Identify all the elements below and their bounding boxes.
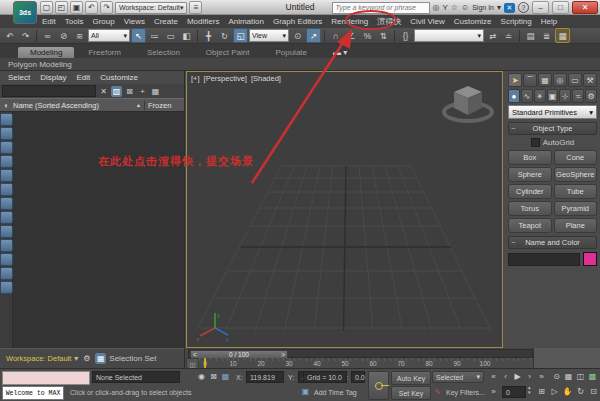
select-by-name-icon[interactable]: ≔ — [147, 28, 162, 43]
ribbon-tab-object-paint[interactable]: Object Paint — [194, 47, 262, 58]
ribbon-tab-modeling[interactable]: Modeling — [18, 47, 74, 58]
menu-civil-view[interactable]: Civil View — [406, 17, 449, 26]
reference-coordinate-dropdown[interactable]: View ▾ — [249, 29, 289, 42]
set-key-button[interactable]: Set Key — [391, 386, 431, 400]
maximize-button[interactable]: □ — [552, 1, 569, 14]
toggle-all-icon[interactable]: ◐ — [0, 100, 13, 111]
add-time-tag-label[interactable]: Add Time Tag — [314, 389, 357, 396]
play-animation-icon[interactable]: ▶ — [512, 371, 523, 382]
chevron-down-icon[interactable]: ▾ — [497, 3, 501, 12]
search-input[interactable]: Type a keyword or phrase — [332, 2, 430, 14]
set-key-toggle-button[interactable] — [368, 371, 389, 400]
spacewarps-category-icon[interactable]: ≈ — [572, 89, 584, 103]
display-filter-icon[interactable] — [0, 225, 13, 238]
sync-selection-icon[interactable]: ▦ — [150, 86, 161, 97]
plane-button[interactable]: Plane — [554, 218, 598, 233]
selection-set-dropdown[interactable]: Selected ▾ — [432, 371, 484, 383]
display-filter-icon[interactable] — [0, 267, 13, 280]
align-icon[interactable]: ≐ — [501, 28, 516, 43]
go-to-start-icon[interactable]: « — [488, 371, 499, 382]
menu-animation[interactable]: Animation — [224, 17, 268, 26]
menu-help[interactable]: Help — [537, 17, 561, 26]
pyramid-button[interactable]: Pyramid — [554, 201, 598, 216]
percent-snap-icon[interactable]: % — [360, 28, 375, 43]
snap-toggle-3d-icon[interactable]: ∩ — [328, 28, 343, 43]
primitive-category-dropdown[interactable]: Standard Primitives ▾ — [508, 105, 597, 119]
helpers-category-icon[interactable]: ⊹ — [559, 89, 571, 103]
sign-in-link[interactable]: Sign In — [472, 4, 494, 11]
lock-selection-icon[interactable]: ⊠ — [124, 86, 135, 97]
help-icon[interactable]: ? — [518, 2, 529, 13]
time-tag-icon[interactable]: ▣ — [300, 386, 311, 397]
menu-tools[interactable]: Tools — [61, 17, 88, 26]
teapot-button[interactable]: Teapot — [508, 218, 552, 233]
object-color-swatch[interactable] — [583, 252, 597, 266]
systems-category-icon[interactable]: ⚙ — [585, 89, 597, 103]
perspective-viewport[interactable]: [+] [Perspective] [Shaded] — [186, 71, 503, 348]
go-to-end-icon[interactable]: » — [536, 371, 547, 382]
maximize-viewport-icon[interactable]: ⊡ — [588, 386, 599, 397]
auto-key-button[interactable]: Auto Key — [391, 371, 431, 385]
utilities-tab-icon[interactable]: ⚒ — [583, 73, 597, 87]
sphere-button[interactable]: Sphere — [508, 167, 552, 182]
explorer-menu-edit[interactable]: Edit — [76, 73, 90, 82]
lights-category-icon[interactable]: ☀ — [534, 89, 546, 103]
polygon-modeling-panel-label[interactable]: Polygon Modeling — [8, 60, 72, 69]
key-mode-toggle-icon[interactable]: ⊙ — [551, 371, 562, 382]
mirror-icon[interactable]: ⇄ — [485, 28, 500, 43]
explorer-menu-select[interactable]: Select — [8, 73, 30, 82]
absolute-mode-icon[interactable]: ▦ — [220, 371, 231, 382]
named-selection-sets-dropdown[interactable]: ▾ — [414, 29, 484, 42]
display-filter-icon[interactable] — [0, 239, 13, 252]
menu-create[interactable]: Create — [150, 17, 182, 26]
display-filter-icon[interactable] — [0, 155, 13, 168]
key-filters-button[interactable]: Key Filters... — [446, 389, 485, 396]
default-out-tangent-icon[interactable]: ◫ — [575, 371, 586, 382]
menu-edit[interactable]: Edit — [38, 17, 60, 26]
current-frame-field[interactable]: 0 — [502, 386, 526, 398]
shapes-category-icon[interactable]: ∿ — [521, 89, 533, 103]
display-filter-icon[interactable] — [0, 113, 13, 126]
torus-button[interactable]: Torus — [508, 201, 552, 216]
next-frame-button[interactable]: > — [281, 351, 285, 358]
chevron-down-icon[interactable]: ▾ — [74, 354, 78, 363]
find-case-icon[interactable]: ▨ — [111, 86, 122, 97]
geosphere-button[interactable]: GeoSphere — [554, 167, 598, 182]
selection-set-label[interactable]: Selection Set — [109, 354, 156, 363]
select-and-link-icon[interactable]: ∞ — [40, 28, 55, 43]
time-slider-track[interactable]: < 0 / 100 > — [188, 349, 533, 358]
track-bar-ruler[interactable]: 0 10 20 30 40 50 60 70 80 90 100 — [188, 358, 533, 368]
autogrid-checkbox[interactable] — [531, 138, 540, 147]
next-frame-icon[interactable]: › — [524, 371, 535, 382]
selection-filter-dropdown[interactable]: All ▾ — [88, 29, 130, 42]
go-to-end-alt-icon[interactable]: » — [488, 386, 499, 397]
favorites-star-icon[interactable]: ☆ — [451, 3, 458, 12]
display-filter-icon[interactable] — [0, 211, 13, 224]
frame-spinner[interactable]: ▴▾ — [528, 385, 531, 395]
hierarchy-tab-icon[interactable]: ▦ — [538, 73, 552, 87]
close-button[interactable]: ✕ — [572, 1, 598, 14]
display-filter-icon[interactable] — [0, 281, 13, 294]
z-coordinate-field[interactable]: 0.0 — [351, 371, 365, 383]
select-and-rotate-icon[interactable]: ↻ — [217, 28, 232, 43]
ribbon-tab-populate[interactable]: Populate — [263, 47, 319, 58]
explorer-menu-customize[interactable]: Customize — [100, 73, 138, 82]
name-and-color-rollout[interactable]: − Name and Color — [508, 236, 597, 249]
selection-lock-icon[interactable]: ⊠ — [208, 371, 219, 382]
explorer-search-input[interactable] — [2, 85, 96, 97]
undo-icon[interactable]: ↶ — [2, 28, 17, 43]
display-filter-icon[interactable] — [0, 169, 13, 182]
use-pivot-center-icon[interactable]: ⊙ — [290, 28, 305, 43]
clear-search-icon[interactable]: ✕ — [98, 86, 109, 97]
previous-frame-button[interactable]: < — [193, 351, 197, 358]
box-button[interactable]: Box — [508, 150, 552, 165]
column-name-header[interactable]: Name (Sorted Ascending) — [13, 101, 136, 110]
geometry-category-icon[interactable]: ● — [508, 89, 520, 103]
angle-snap-icon[interactable]: ∠ — [344, 28, 359, 43]
modify-tab-icon[interactable]: ⌒ — [523, 73, 537, 87]
scene-explorer-toggle-icon[interactable]: ▤ — [523, 28, 538, 43]
window-crossing-icon[interactable]: ◧ — [179, 28, 194, 43]
display-filter-icon[interactable] — [0, 253, 13, 266]
default-in-tangent-icon[interactable]: ▦ — [563, 371, 574, 382]
application-menu-button[interactable]: 3ds — [13, 1, 37, 24]
